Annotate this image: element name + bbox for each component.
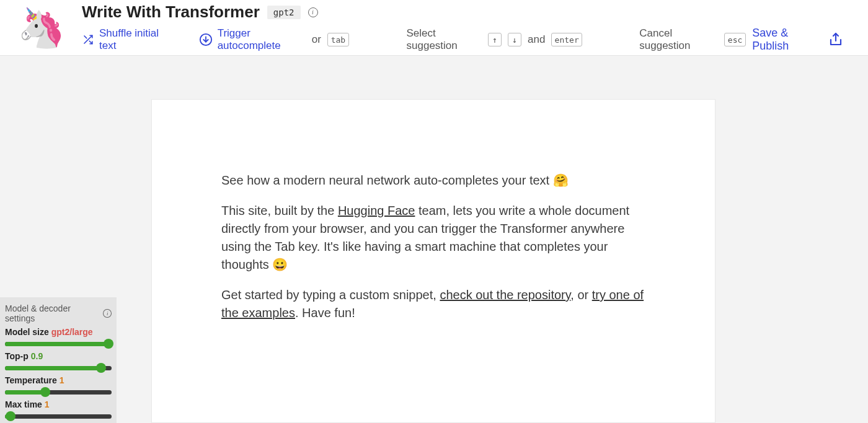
p3-text-a: Get started by typing a custom snippet, bbox=[221, 288, 440, 302]
tab-key: tab bbox=[327, 33, 349, 46]
model-badge[interactable]: gpt2 bbox=[267, 6, 301, 19]
top-p-slider[interactable] bbox=[5, 364, 112, 372]
model-size-slider[interactable] bbox=[5, 340, 112, 347]
cancel-suggestion-label: Cancel suggestion bbox=[639, 27, 718, 52]
and-label: and bbox=[528, 33, 545, 46]
shuffle-button[interactable]: Shuffle initial text bbox=[82, 27, 169, 52]
save-publish-button[interactable]: Save & Publish bbox=[752, 27, 843, 53]
info-icon[interactable]: i bbox=[103, 309, 112, 318]
p3-text-b: , or bbox=[570, 288, 591, 302]
editor-paragraph-3[interactable]: Get started by typing a custom snippet, … bbox=[221, 286, 645, 322]
setting-max-time: Max time 1 bbox=[5, 399, 112, 420]
editor-paragraph-1[interactable]: See how a modern neural network auto-com… bbox=[221, 172, 645, 190]
svg-line-2 bbox=[84, 36, 87, 38]
app-header: 🦄 Write With Transformer gpt2 i bbox=[0, 0, 868, 56]
info-icon[interactable]: i bbox=[308, 7, 318, 17]
enter-key: enter bbox=[551, 33, 582, 46]
model-size-label: Model size bbox=[5, 327, 49, 337]
max-time-label: Max time bbox=[5, 399, 42, 409]
top-p-value: 0.9 bbox=[31, 351, 43, 361]
trigger-autocomplete-button[interactable]: Trigger autocomplete bbox=[199, 27, 306, 52]
grinning-emoji-icon: 😀 bbox=[272, 258, 288, 271]
page-title: Write With Transformer bbox=[82, 2, 260, 22]
esc-key: esc bbox=[724, 33, 746, 46]
temperature-slider[interactable] bbox=[5, 388, 112, 396]
hugging-face-link[interactable]: Hugging Face bbox=[338, 204, 415, 217]
p3-text-c: . Have fun! bbox=[295, 306, 355, 320]
logo[interactable]: 🦄 bbox=[17, 9, 82, 47]
shuffle-icon bbox=[82, 34, 94, 45]
editor-document[interactable]: See how a modern neural network auto-com… bbox=[151, 99, 715, 423]
unicorn-icon: 🦄 bbox=[17, 9, 65, 47]
p1-text: See how a modern neural network auto-com… bbox=[221, 173, 553, 187]
settings-title: Model & decoder settings bbox=[5, 303, 99, 323]
repository-link[interactable]: check out the repository bbox=[440, 288, 570, 302]
setting-top-p: Top-p 0.9 bbox=[5, 351, 112, 372]
shuffle-label: Shuffle initial text bbox=[99, 27, 169, 52]
save-publish-label: Save & Publish bbox=[752, 27, 818, 53]
model-size-value: gpt2/large bbox=[51, 327, 93, 337]
or-label: or bbox=[312, 33, 321, 46]
settings-panel: Model & decoder settings i Model size gp… bbox=[0, 297, 117, 423]
up-key: ↑ bbox=[488, 33, 502, 46]
max-time-value: 1 bbox=[45, 399, 50, 409]
share-icon bbox=[828, 32, 843, 48]
top-p-label: Top-p bbox=[5, 351, 29, 361]
download-circle-icon bbox=[199, 33, 213, 46]
trigger-label: Trigger autocomplete bbox=[218, 27, 306, 52]
setting-temperature: Temperature 1 bbox=[5, 375, 112, 396]
header-actions: Shuffle initial text Trigger autocomplet… bbox=[82, 27, 843, 53]
editor-paragraph-2[interactable]: This site, built by the Hugging Face tea… bbox=[221, 202, 645, 274]
max-time-slider[interactable] bbox=[5, 412, 112, 420]
select-suggestion-label: Select suggestion bbox=[407, 27, 482, 52]
down-key: ↓ bbox=[508, 33, 521, 46]
hugging-face-emoji-icon: 🤗 bbox=[553, 173, 569, 187]
temperature-value: 1 bbox=[60, 375, 64, 385]
setting-model-size: Model size gpt2/large bbox=[5, 327, 112, 347]
temperature-label: Temperature bbox=[5, 375, 57, 385]
p2-text-a: This site, built by the bbox=[221, 204, 338, 217]
